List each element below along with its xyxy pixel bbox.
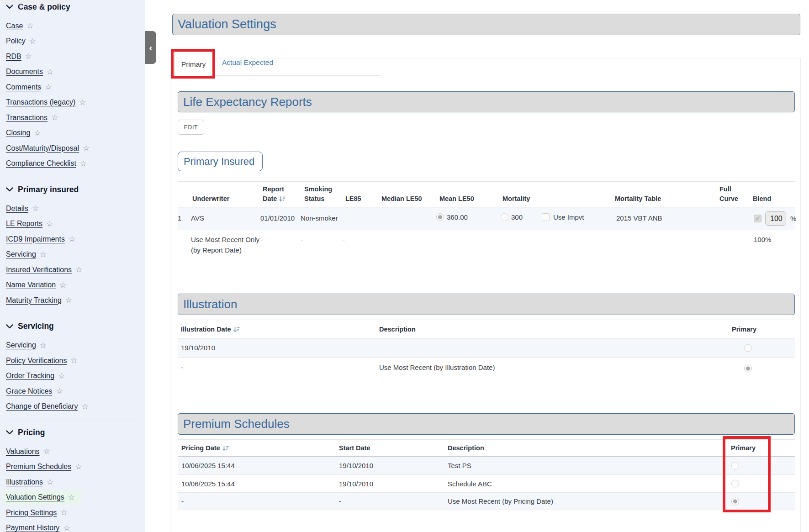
table-header-row: Underwriter Report Date Smoking Status L… bbox=[178, 181, 795, 207]
star-icon[interactable]: ☆ bbox=[70, 356, 77, 365]
star-icon[interactable]: ☆ bbox=[40, 250, 47, 259]
sidebar-link[interactable]: RDB bbox=[6, 53, 21, 61]
sidebar-link[interactable]: Transactions (legacy) bbox=[6, 98, 75, 106]
table-row: 10/06/2025 15:44 19/10/2010 Schedule ABC bbox=[178, 475, 795, 493]
sidebar-link[interactable]: Comments bbox=[6, 83, 41, 91]
tab-panel-border bbox=[170, 58, 170, 532]
sidebar-link[interactable]: Policy bbox=[6, 37, 26, 45]
sidebar-link[interactable]: Premium Schedules bbox=[6, 463, 71, 471]
star-icon[interactable]: ☆ bbox=[40, 341, 47, 350]
sidebar-link[interactable]: Illustrations bbox=[6, 478, 43, 486]
sidebar-link[interactable]: Servicing bbox=[6, 341, 36, 349]
star-icon[interactable]: ☆ bbox=[79, 98, 86, 107]
sidebar-link[interactable]: Valuation Settings bbox=[6, 493, 64, 501]
pricing-date-value: - bbox=[181, 496, 184, 507]
star-icon[interactable]: ☆ bbox=[43, 447, 50, 456]
use-impvt-label: Use Impvt bbox=[553, 213, 584, 221]
sidebar-item-illustrations: Illustrations☆ bbox=[6, 474, 145, 490]
star-icon[interactable]: ☆ bbox=[68, 493, 75, 502]
primary-radio[interactable] bbox=[731, 497, 739, 505]
sidebar-link[interactable]: Compliance Checklist bbox=[6, 159, 76, 168]
tab-actual-expected[interactable]: Actual Expected bbox=[222, 56, 273, 69]
edit-button[interactable]: EDIT bbox=[178, 120, 204, 135]
sidebar-link[interactable]: Documents bbox=[6, 68, 43, 76]
star-icon[interactable]: ☆ bbox=[60, 508, 67, 517]
tab-primary[interactable]: Primary bbox=[174, 52, 213, 76]
star-icon[interactable]: ☆ bbox=[26, 21, 33, 31]
sidebar-item-insured-verifications: Insured Verifications☆ bbox=[6, 262, 145, 278]
sidebar-item-servicing: Servicing☆ bbox=[6, 338, 145, 353]
primary-radio[interactable] bbox=[744, 365, 752, 373]
sidebar-link[interactable]: LE Reports bbox=[6, 220, 42, 228]
star-icon[interactable]: ☆ bbox=[47, 477, 53, 487]
star-icon[interactable]: ☆ bbox=[51, 113, 58, 122]
sidebar-link[interactable]: Insured Verifications bbox=[6, 266, 72, 274]
le85-value: - bbox=[343, 235, 345, 245]
sidebar-link[interactable]: Valuations bbox=[6, 448, 40, 456]
subsection-primary-insured: Primary Insured bbox=[178, 152, 263, 171]
tooltip-shadow bbox=[0, 0, 69, 4]
sidebar-link[interactable]: Payment History bbox=[6, 524, 59, 532]
star-icon[interactable]: ☆ bbox=[45, 82, 52, 92]
sidebar-link[interactable]: Maturity Tracking bbox=[6, 296, 62, 305]
star-icon[interactable]: ☆ bbox=[32, 204, 39, 213]
primary-radio[interactable] bbox=[731, 462, 739, 469]
sidebar-link[interactable]: Servicing bbox=[6, 250, 36, 258]
mortality-radio[interactable] bbox=[501, 213, 508, 221]
star-icon[interactable]: ☆ bbox=[59, 280, 66, 290]
col-smoking-status: Smoking Status bbox=[304, 184, 333, 204]
star-icon[interactable]: ☆ bbox=[69, 234, 75, 244]
star-icon[interactable]: ☆ bbox=[29, 37, 36, 46]
star-icon[interactable]: ☆ bbox=[47, 67, 53, 77]
sidebar-link[interactable]: Order Tracking bbox=[6, 372, 54, 380]
sidebar: Case & policy Case☆ Policy☆ RDB☆ Documen… bbox=[0, 0, 145, 532]
sidebar-item-policy-verifications: Policy Verifications☆ bbox=[6, 353, 145, 369]
sidebar-item-policy: Policy☆ bbox=[6, 34, 145, 49]
sidebar-link[interactable]: Details bbox=[6, 205, 28, 213]
col-pricing-date[interactable]: Pricing Date bbox=[181, 443, 229, 453]
star-icon[interactable]: ☆ bbox=[46, 219, 53, 229]
star-icon[interactable]: ☆ bbox=[56, 386, 63, 396]
sidebar-link[interactable]: Case bbox=[6, 22, 23, 30]
star-icon[interactable]: ☆ bbox=[81, 402, 88, 411]
use-impvt-checkbox[interactable] bbox=[542, 213, 550, 221]
col-illustration-date[interactable]: Illustration Date bbox=[181, 325, 240, 334]
sidebar-collapse-button[interactable]: ‹ bbox=[145, 31, 156, 64]
sidebar-link[interactable]: Grace Notices bbox=[6, 387, 52, 395]
star-icon[interactable]: ☆ bbox=[75, 462, 82, 472]
star-icon[interactable]: ☆ bbox=[80, 159, 87, 169]
table-row: 1 AVS 01/01/2010 Non-smoker 360.00 300 U… bbox=[178, 207, 795, 230]
chevron-down-icon[interactable] bbox=[6, 324, 13, 329]
chevron-down-icon[interactable] bbox=[6, 187, 13, 192]
primary-radio[interactable] bbox=[744, 344, 752, 352]
col-median-le50: Median LE50 bbox=[381, 194, 422, 204]
mean-le50-radio[interactable] bbox=[436, 213, 444, 221]
sidebar-item-case: Case☆ bbox=[6, 18, 145, 34]
sidebar-link[interactable]: Change of Beneficiary bbox=[6, 402, 78, 411]
sidebar-item-rdb: RDB☆ bbox=[6, 49, 145, 64]
sidebar-item-details: Details☆ bbox=[6, 201, 145, 216]
sidebar-link[interactable]: Pricing Settings bbox=[6, 509, 57, 517]
star-icon[interactable]: ☆ bbox=[75, 265, 82, 274]
illustration-date-value: 19/10/2010 bbox=[181, 343, 215, 353]
star-icon[interactable]: ☆ bbox=[65, 295, 72, 305]
primary-radio[interactable] bbox=[731, 480, 739, 488]
sidebar-link[interactable]: Policy Verifications bbox=[6, 357, 67, 365]
chevron-down-icon[interactable] bbox=[6, 5, 13, 9]
star-icon[interactable]: ☆ bbox=[25, 52, 32, 61]
col-report-date[interactable]: Report Date bbox=[263, 184, 292, 204]
star-icon[interactable]: ☆ bbox=[58, 371, 65, 381]
sidebar-link[interactable]: ICD9 Impairments bbox=[6, 235, 65, 243]
sidebar-link[interactable]: Transactions bbox=[6, 114, 48, 122]
blend-unit: % bbox=[790, 215, 796, 222]
sidebar-item-closing: Closing☆ bbox=[6, 126, 145, 141]
blend-checkbox[interactable] bbox=[754, 215, 761, 222]
star-icon[interactable]: ☆ bbox=[34, 128, 41, 138]
star-icon[interactable]: ☆ bbox=[83, 143, 90, 153]
chevron-down-icon[interactable] bbox=[6, 430, 13, 435]
sidebar-link[interactable]: Cost/Maturity/Disposal bbox=[6, 144, 79, 153]
star-icon[interactable]: ☆ bbox=[63, 523, 70, 532]
sidebar-link[interactable]: Name Variation bbox=[6, 281, 56, 289]
blend-input[interactable] bbox=[765, 211, 786, 226]
sidebar-link[interactable]: Closing bbox=[6, 129, 30, 137]
